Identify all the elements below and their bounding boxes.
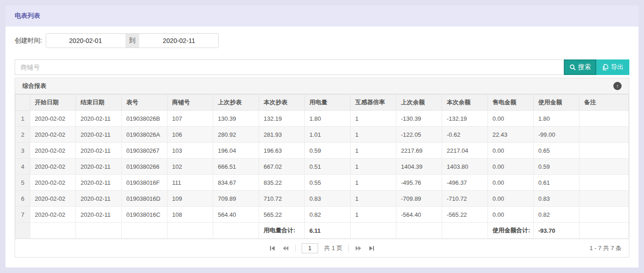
table-cell: 2020-02-11 [76,127,122,143]
column-header: 互感器倍率 [351,95,396,111]
table-cell: 2020-02-11 [76,111,122,127]
table-cell: 1 [351,127,396,143]
pagination-divider [348,245,349,252]
totals-row: 用电量合计: 6.11 使用金额合计: -93.70 [16,223,629,239]
table-header-row: 开始日期结束日期表号商铺号上次抄表本次抄表用电量互感器倍率上次余额本次余额售电金… [16,95,629,111]
date-from-input[interactable] [46,34,125,48]
table-row: 52020-02-022020-02-11019038016F111834.67… [16,175,629,191]
table-cell: 2020-02-02 [30,127,76,143]
date-to-input[interactable] [140,34,218,48]
report-panel: 综合报表 ↑ 开始日期结束日期表号商铺号上次抄表本次抄表用电量互感器倍率上次余额… [15,78,629,257]
table-row: 32020-02-022020-02-110190380267103196.04… [16,143,629,159]
table-cell: 2020-02-11 [76,207,122,223]
table-cell [579,111,629,127]
pagination-bar: 共 1 页 1 - 7 共 7 条 [15,239,629,257]
row-index-cell [16,223,30,239]
table-cell: 710.72 [259,191,305,207]
table-cell: 0.00 [488,143,534,159]
table-cell: 0.83 [305,191,351,207]
table-cell: 0.59 [534,159,579,175]
table-cell: -710.72 [442,191,488,207]
table-cell: 019038016C [122,207,168,223]
table-cell: 1 [351,143,396,159]
table-cell: 1 [351,159,396,175]
table-cell [351,223,396,239]
table-cell: -496.37 [442,175,488,191]
table-cell [213,223,259,239]
row-index-cell: 3 [16,143,30,159]
table-cell: -99.00 [534,127,579,143]
table-body: 12020-02-022020-02-11019038026B107130.39… [16,111,629,223]
index-column-header [16,95,30,111]
search-button[interactable]: 搜索 [564,59,596,75]
table-cell: 0.82 [305,207,351,223]
column-header: 备注 [579,95,629,111]
table-cell [579,143,629,159]
table-cell: 666.51 [213,159,259,175]
prev-page-icon[interactable] [282,245,289,252]
table-cell: 0.00 [488,111,534,127]
table-cell: -132.19 [442,111,488,127]
date-range-group: 到 [46,33,219,48]
row-index-cell: 6 [16,191,30,207]
copy-export-icon [602,64,609,70]
row-index-cell: 7 [16,207,30,223]
table-cell: 0.83 [534,191,579,207]
report-panel-header: 综合报表 ↑ [15,78,629,94]
table-cell: 2020-02-02 [30,175,76,191]
table-cell [30,223,76,239]
table-row: 42020-02-022020-02-110190380266102666.51… [16,159,629,175]
table-cell: 2020-02-11 [76,175,122,191]
first-page-icon[interactable] [269,245,276,252]
usage-total-label: 用电量合计: [259,223,305,239]
table-cell: 280.92 [213,127,259,143]
table-cell: 0.55 [305,175,351,191]
table-cell: 834.67 [213,175,259,191]
table-cell: 196.04 [213,143,259,159]
table-cell: 0.51 [305,159,351,175]
export-button[interactable]: 导出 [596,59,629,75]
table-row: 72020-02-022020-02-11019038016C108564.40… [16,207,629,223]
search-button-label: 搜索 [578,63,591,71]
table-cell: 1.80 [534,111,579,127]
search-row: 搜索 导出 [15,59,629,75]
table-cell: 564.40 [213,207,259,223]
column-header: 表号 [122,95,168,111]
usage-total-value: 6.11 [305,223,351,239]
table-cell: 109 [168,191,213,207]
table-cell: 0.00 [488,175,534,191]
column-header: 售电金额 [488,95,534,111]
table-row: 62020-02-022020-02-11019038016D109709.89… [16,191,629,207]
table-cell [579,207,629,223]
column-header: 开始日期 [30,95,76,111]
table-row: 12020-02-022020-02-11019038026B107130.39… [16,111,629,127]
table-cell: 281.93 [259,127,305,143]
card-header: 电表列表 [5,5,639,27]
last-page-icon[interactable] [368,245,375,252]
table-cell: 019038026A [122,127,168,143]
card-content: 创建时间: 到 搜索 导出 [5,33,639,257]
table-cell: 132.19 [259,111,305,127]
table-cell: 2217.04 [442,143,488,159]
table-cell: -130.39 [396,111,442,127]
table-cell: 0190380267 [122,143,168,159]
table-cell: 111 [168,175,213,191]
table-cell: -0.62 [442,127,488,143]
table-cell: 102 [168,159,213,175]
column-header: 本次抄表 [259,95,305,111]
table-header: 开始日期结束日期表号商铺号上次抄表本次抄表用电量互感器倍率上次余额本次余额售电金… [16,95,629,111]
page-number-input[interactable] [302,243,318,253]
table-footer: 用电量合计: 6.11 使用金额合计: -93.70 [16,223,629,239]
search-input[interactable] [15,59,564,75]
next-page-icon[interactable] [355,245,362,252]
row-index-cell: 2 [16,127,30,143]
table-cell: 106 [168,127,213,143]
arrow-up-circle-icon[interactable]: ↑ [613,82,622,90]
table-cell [168,223,213,239]
table-cell: 1.01 [305,127,351,143]
row-index-cell: 4 [16,159,30,175]
meter-list-card: 电表列表 创建时间: 到 搜索 导出 [5,5,639,268]
table-cell: 108 [168,207,213,223]
table-cell: 1 [351,175,396,191]
report-panel-title: 综合报表 [22,82,46,90]
